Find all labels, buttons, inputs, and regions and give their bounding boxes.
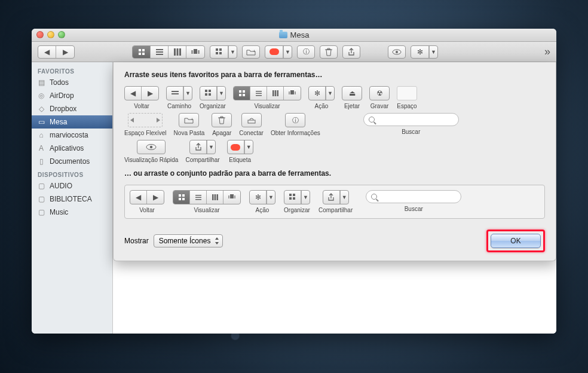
svg-rect-3 [142,53,145,55]
default-item-back[interactable]: ◀▶ Voltar [130,190,164,213]
svg-rect-7 [174,48,176,56]
toolbar-item-path[interactable]: ▼ Caminho [166,86,192,109]
item-label: Buscar [405,206,423,212]
toolbar-item-view[interactable]: Visualizar [233,86,301,109]
svg-rect-0 [139,49,141,51]
default-toolbar-set[interactable]: ◀▶ Voltar Visualizar [124,185,545,219]
sidebar-item-airdrop[interactable]: ◎ AirDrop [32,89,112,102]
default-item-search[interactable]: Buscar [366,190,461,212]
svg-rect-4 [156,49,163,50]
svg-rect-38 [295,91,296,94]
svg-rect-23 [209,90,211,92]
new-folder-button[interactable]: + [242,45,260,59]
sidebar-item-label: BIBLIOTECA [50,195,92,203]
default-item-arrange[interactable]: ▼ Organizar [284,190,310,213]
gear-icon: ✻ [411,46,429,58]
toolbar-item-search[interactable]: Buscar [363,113,459,135]
toolbar-item-eject[interactable]: ⏏ Ejetar [342,86,362,109]
desktop-icon: ▭ [36,118,46,126]
default-item-view[interactable]: Visualizar [173,190,241,213]
chevron-down-icon: ▼ [429,46,437,58]
svg-rect-40 [248,120,255,123]
sidebar-item-dropbox[interactable]: ◇ Dropbox [32,102,112,115]
sidebar: FAVORITOS ▤ Todos ◎ AirDrop ◇ Dropbox ▭ … [32,62,113,334]
sidebar-item-device[interactable]: ▢ AUDIO [32,179,112,192]
svg-rect-15 [216,52,218,54]
toolbar-item-label[interactable]: ▼ Etiqueta [227,140,253,163]
svg-rect-2 [139,53,141,55]
gear-icon: ✻ [309,87,326,100]
main-area: Arraste seus itens favoritos para a barr… [113,62,556,334]
svg-rect-56 [289,194,292,196]
toolbar-item-action[interactable]: ✻▼ Ação [308,86,335,109]
item-label: Organizar [284,207,310,213]
window-title: Mesa [279,30,310,39]
arrange-icon [210,46,228,58]
list-view-button[interactable] [151,46,169,58]
back-button[interactable]: ◀ [38,46,56,58]
show-mode-select[interactable]: Somente Ícones [154,234,223,247]
column-view-button[interactable] [169,46,186,58]
sidebar-item-label: Music [50,208,68,216]
trash-button[interactable] [320,45,338,59]
chevron-down-icon: ▼ [228,46,237,58]
item-label: Buscar [402,129,420,135]
icon-view-button[interactable] [133,46,151,58]
share-button[interactable] [342,45,360,59]
default-item-share[interactable]: ▼ Compartilhar [318,190,353,213]
nav-back-forward[interactable]: ◀ ▶ [38,45,75,59]
svg-rect-14 [219,48,222,51]
quicklook-button[interactable] [388,45,406,59]
search-icon [369,117,375,123]
toolbar-item-flexible-space[interactable]: Espaço Flexível [124,113,167,136]
toolbar-overflow-icon[interactable]: » [544,45,550,58]
sidebar-item-all-files[interactable]: ▤ Todos [32,76,112,89]
view-switcher[interactable] [132,45,205,59]
forward-button[interactable]: ▶ [56,46,74,58]
close-window-button[interactable] [36,31,44,38]
svg-rect-47 [195,195,201,196]
arrange-dropdown[interactable]: ▼ [210,45,237,59]
toolbar-item-arrange[interactable]: ▼ Organizar [200,86,226,109]
toolbar-item-share[interactable]: ▼ Compartilhar [185,140,219,163]
toolbar-item-connect[interactable]: Conectar [239,113,264,136]
item-label: Etiqueta [229,157,251,163]
svg-rect-26 [239,90,241,93]
svg-rect-46 [182,198,185,200]
sidebar-item-label: Aplicativos [50,144,84,152]
svg-point-19 [396,51,398,53]
toolbar-item-delete[interactable]: Apagar [212,113,232,136]
toolbar-item-get-info[interactable]: ⓘ Obter Informações [271,113,320,136]
svg-rect-30 [256,91,262,92]
svg-rect-21 [172,93,179,94]
sidebar-item-device[interactable]: ▢ Music [32,206,112,219]
minimize-window-button[interactable] [47,31,54,38]
toolbar-item-new-folder[interactable]: + Nova Pasta [174,113,205,136]
svg-rect-10 [194,49,197,54]
sidebar-item-home[interactable]: ⌂ marviocosta [32,129,112,142]
ok-button[interactable]: OK [491,234,541,248]
sidebar-item-label: Documentos [50,157,90,166]
item-label: Nova Pasta [174,130,205,136]
toolbar-item-space[interactable]: Espaço [397,86,417,109]
coverflow-view-button[interactable] [186,46,204,58]
svg-rect-58 [289,197,292,200]
item-label: Espaço [397,103,416,109]
toolbar-item-burn[interactable]: ☢ Gravar [369,86,390,109]
svg-rect-53 [230,194,234,198]
toolbar-item-back[interactable]: ◀▶ Voltar [124,86,159,109]
sidebar-item-device[interactable]: ▢ BIBLIOTECA [32,192,112,206]
svg-rect-16 [219,52,222,54]
get-info-button[interactable]: ⓘ [297,45,315,59]
zoom-window-button[interactable] [58,31,65,38]
sidebar-item-documents[interactable]: ▯ Documentos [32,155,112,168]
tag-dropdown[interactable]: ▼ [265,45,292,59]
action-dropdown[interactable]: ✻ ▼ [411,45,438,59]
svg-rect-32 [256,95,262,96]
sidebar-item-desktop[interactable]: ▭ Mesa [32,115,112,129]
svg-rect-59 [293,197,295,200]
toolbar-item-quicklook[interactable]: Visualização Rápida [124,140,178,163]
svg-rect-35 [277,90,278,96]
default-item-action[interactable]: ✻▼ Ação [249,190,275,213]
sidebar-item-applications[interactable]: A Aplicativos [32,142,112,155]
